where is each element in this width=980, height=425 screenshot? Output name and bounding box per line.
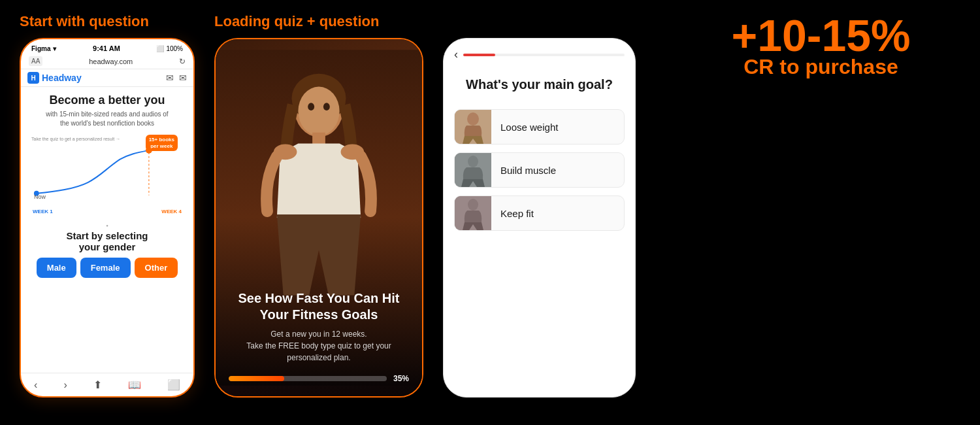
loose-weight-option[interactable]: Loose weight xyxy=(454,109,625,144)
svg-point-13 xyxy=(467,112,479,126)
wifi-icon: ▾ xyxy=(53,45,56,52)
svg-point-17 xyxy=(468,199,478,211)
phone3-section: ‌ ‹ What's your main goal? Loose weight xyxy=(443,13,636,398)
now-label: Now xyxy=(34,194,46,200)
carrier: Figma xyxy=(31,45,50,52)
phone-bottom-nav: ‹ › ⬆ 📖 ⬜ xyxy=(21,373,193,396)
cr-stat-label: CR to purchase xyxy=(731,55,910,79)
phone1-section: Start with question Figma ▾ 9:41 AM ⬜ 10… xyxy=(20,13,195,398)
phone1-frame: Figma ▾ 9:41 AM ⬜ 100% AA headway.com ↻ … xyxy=(20,38,195,398)
browser-nav: H Headway ✉ ✉ xyxy=(21,69,193,87)
status-right: ⬜ 100% xyxy=(156,45,183,52)
week-labels: WEEK 1 WEEK 4 xyxy=(30,209,184,214)
quiz-overlay: See How Fast You Can HitYour Fitness Goa… xyxy=(216,39,422,396)
cr-stat-block: +10-15% CR to purchase xyxy=(731,13,910,79)
svg-point-15 xyxy=(468,156,478,167)
quiz-label: Take the quiz to get a personalized resu… xyxy=(31,136,120,142)
progress-track xyxy=(229,376,387,381)
aa-label: AA xyxy=(29,56,42,66)
week4-label: WEEK 4 xyxy=(161,209,182,214)
quiz-headline: See How Fast You Can HitYour Fitness Goa… xyxy=(229,290,409,323)
dot-divider: ● xyxy=(30,224,184,228)
hero-title: Become a better you xyxy=(30,94,184,107)
other-button[interactable]: Other xyxy=(135,258,178,278)
bookmarks-nav-btn[interactable]: 📖 xyxy=(128,379,141,391)
phone2-label: Loading quiz + question xyxy=(214,13,423,30)
mail2-icon[interactable]: ✉ xyxy=(179,73,187,83)
time: 9:41 AM xyxy=(93,44,120,52)
address-bar: AA headway.com ↻ xyxy=(21,55,193,69)
hero-sub: with 15-min bite-sized reads and audios … xyxy=(30,110,184,128)
phone3-label: ‌ xyxy=(443,13,636,30)
keep-fit-label: Keep fit xyxy=(491,208,543,219)
keep-fit-option[interactable]: Keep fit xyxy=(454,196,625,231)
female-button[interactable]: Female xyxy=(80,258,131,278)
mail-icon[interactable]: ✉ xyxy=(166,73,174,83)
phone3-frame: ‹ What's your main goal? Loose weight xyxy=(443,38,636,398)
cr-stat-value: +10-15% xyxy=(731,13,910,58)
build-muscle-option[interactable]: Build muscle xyxy=(454,152,625,188)
headway-logo: H Headway xyxy=(27,72,82,84)
refresh-icon[interactable]: ↻ xyxy=(179,57,186,66)
status-left: Figma ▾ xyxy=(31,45,56,52)
gender-buttons: Male Female Other xyxy=(30,258,184,278)
address-text: headway.com xyxy=(89,58,133,65)
share-nav-btn[interactable]: ⬆ xyxy=(93,379,102,391)
quiz-sub: Get a new you in 12 weeks.Take the FREE … xyxy=(229,328,409,364)
phone1-label: Start with question xyxy=(20,13,149,30)
phone2-frame: See How Fast You Can HitYour Fitness Goa… xyxy=(214,38,423,398)
keep-fit-img xyxy=(455,196,491,230)
loose-weight-label: Loose weight xyxy=(491,122,567,133)
build-muscle-img xyxy=(455,153,491,187)
q-progress-track xyxy=(463,54,625,56)
build-muscle-label: Build muscle xyxy=(491,165,565,176)
phone2-section: Loading quiz + question xyxy=(214,13,423,398)
forward-nav-btn[interactable]: › xyxy=(63,379,67,391)
question-title: What's your main goal? xyxy=(444,67,635,105)
chart-svg xyxy=(30,145,184,203)
gender-title: Start by selectingyour gender xyxy=(30,230,184,252)
chart-area: Take the quiz to get a personalized resu… xyxy=(30,133,184,218)
nav-icons: ✉ ✉ xyxy=(166,73,187,83)
cr-section: +10-15% CR to purchase xyxy=(655,13,960,79)
svg-point-2 xyxy=(146,147,152,154)
progress-fill xyxy=(229,376,284,381)
battery-icon: ⬜ xyxy=(156,45,164,52)
male-button[interactable]: Male xyxy=(37,258,76,278)
progress-pct: 35% xyxy=(393,374,409,383)
back-button[interactable]: ‹ xyxy=(454,48,458,61)
week1-label: WEEK 1 xyxy=(33,209,53,214)
progress-row: 35% xyxy=(229,374,409,383)
q-progress-fill xyxy=(463,54,495,56)
tabs-nav-btn[interactable]: ⬜ xyxy=(167,379,180,391)
headway-icon: H xyxy=(27,72,39,84)
phone-content: Become a better you with 15-min bite-siz… xyxy=(21,87,193,373)
loose-weight-img xyxy=(455,110,491,144)
back-nav-btn[interactable]: ‹ xyxy=(34,379,37,391)
battery-pct: 100% xyxy=(166,45,183,52)
brand-name: Headway xyxy=(42,73,82,83)
status-bar: Figma ▾ 9:41 AM ⬜ 100% xyxy=(21,39,193,55)
q-header: ‹ xyxy=(444,39,635,67)
